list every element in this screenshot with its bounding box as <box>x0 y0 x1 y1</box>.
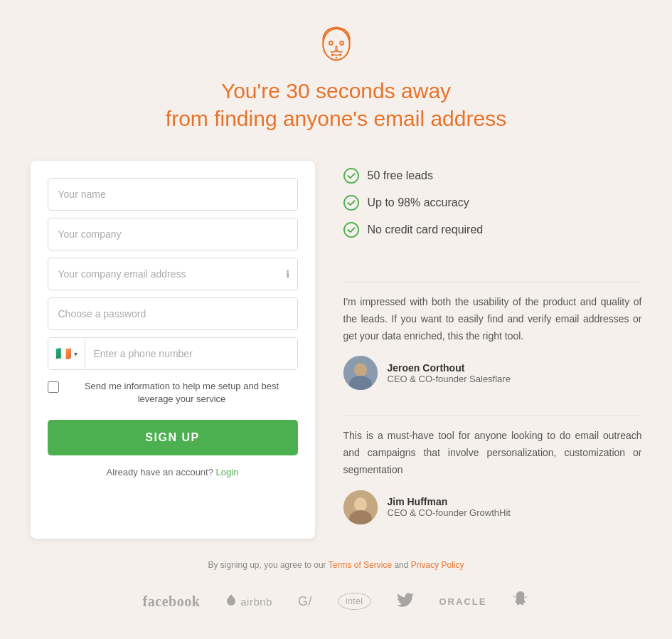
brand-logo-icon <box>312 21 361 70</box>
main-content: ℹ 🇮🇪 ▾ Send me information to help me se… <box>31 161 642 539</box>
flag-caret-icon: ▾ <box>74 350 78 358</box>
testimonial-2-author-title: CEO & CO-founder GrowthHit <box>388 507 511 518</box>
benefit-text-accuracy: Up to 98% accuracy <box>368 196 469 209</box>
check-icon-leads <box>343 168 359 184</box>
page-wrapper: You're 30 seconds away from finding anyo… <box>0 0 672 639</box>
newsletter-checkbox[interactable] <box>48 381 59 393</box>
checkbox-row: Send me information to help me setup and… <box>48 380 298 406</box>
flag-emoji: 🇮🇪 <box>55 346 71 361</box>
svg-point-13 <box>354 497 367 512</box>
divider-2 <box>343 416 642 416</box>
airbnb-brand-logo: airbnb <box>225 594 272 608</box>
check-icon-credit-card <box>343 222 359 238</box>
email-info-icon[interactable]: ℹ <box>286 268 289 280</box>
intel-brand-logo: intel <box>338 593 371 610</box>
testimonial-2-author: Jim Huffman CEO & CO-founder GrowthHit <box>343 490 642 524</box>
benefit-item-credit-card: No credit card required <box>343 222 642 238</box>
google-analytics-brand-logo: G/ <box>298 594 312 609</box>
email-field-wrapper: ℹ <box>48 258 298 290</box>
terms-of-service-link[interactable]: Terms of Service <box>329 560 392 570</box>
benefits-list: 50 free leads Up to 98% accuracy No cred… <box>343 168 642 249</box>
phone-field-wrapper: 🇮🇪 ▾ <box>48 337 298 370</box>
company-input[interactable] <box>48 218 298 250</box>
password-input[interactable] <box>48 297 298 330</box>
email-input[interactable] <box>48 258 298 290</box>
svg-point-8 <box>343 223 358 237</box>
footer: By signing up, you agree to our Terms of… <box>14 560 658 612</box>
headline: You're 30 seconds away from finding anyo… <box>166 77 506 132</box>
phone-flag-selector[interactable]: 🇮🇪 ▾ <box>48 338 85 369</box>
snapchat-brand-logo <box>512 591 529 612</box>
facebook-brand-logo: facebook <box>143 593 201 610</box>
signup-form-card: ℹ 🇮🇪 ▾ Send me information to help me se… <box>31 161 315 539</box>
svg-point-3 <box>331 54 333 56</box>
privacy-policy-link[interactable]: Privacy Policy <box>411 560 464 570</box>
testimonial-2-author-info: Jim Huffman CEO & CO-founder GrowthHit <box>388 496 511 518</box>
svg-point-1 <box>329 41 332 45</box>
testimonial-1-author: Jeroen Corthout CEO & CO-founder Salesfl… <box>343 356 642 390</box>
svg-point-7 <box>343 196 358 210</box>
testimonial-1-text: I'm impressed with both the usability of… <box>343 294 642 344</box>
login-link[interactable]: Login <box>216 467 239 477</box>
benefit-text-credit-card: No credit card required <box>368 223 484 236</box>
logo-area: You're 30 seconds away from finding anyo… <box>166 21 506 132</box>
svg-point-6 <box>343 169 358 183</box>
benefit-text-leads: 50 free leads <box>368 169 434 182</box>
testimonial-2-author-name: Jim Huffman <box>388 496 511 507</box>
login-prompt: Already have an account? Login <box>48 467 298 477</box>
oracle-brand-logo: ORACLE <box>439 596 487 607</box>
benefit-item-leads: 50 free leads <box>343 168 642 184</box>
phone-input[interactable] <box>85 338 297 369</box>
name-input[interactable] <box>48 178 298 211</box>
right-panel: 50 free leads Up to 98% accuracy No cred… <box>343 161 642 539</box>
signup-button[interactable]: SIGN UP <box>48 420 298 455</box>
terms-text: By signing up, you agree to our Terms of… <box>14 560 658 570</box>
testimonial-2: This is a must-have tool for anyone look… <box>343 428 642 524</box>
twitter-brand-logo <box>397 593 414 611</box>
benefit-item-accuracy: Up to 98% accuracy <box>343 195 642 211</box>
divider-1 <box>343 282 642 282</box>
check-icon-accuracy <box>343 195 359 211</box>
svg-point-2 <box>340 41 343 45</box>
checkbox-label: Send me information to help me setup and… <box>66 380 298 406</box>
brand-logos: facebook airbnb G/ intel ORACLE <box>14 591 658 612</box>
testimonial-2-text: This is a must-have tool for anyone look… <box>343 428 642 478</box>
avatar-jeroen <box>343 356 378 390</box>
testimonial-1-author-name: Jeroen Corthout <box>388 362 511 374</box>
svg-point-5 <box>339 54 341 56</box>
testimonial-1-author-info: Jeroen Corthout CEO & CO-founder Salesfl… <box>388 362 511 384</box>
testimonial-1-author-title: CEO & CO-founder Salesflare <box>388 374 511 384</box>
avatar-jim <box>343 490 378 524</box>
testimonial-1: I'm impressed with both the usability of… <box>343 294 642 390</box>
svg-point-10 <box>354 363 367 377</box>
svg-point-4 <box>335 57 337 59</box>
